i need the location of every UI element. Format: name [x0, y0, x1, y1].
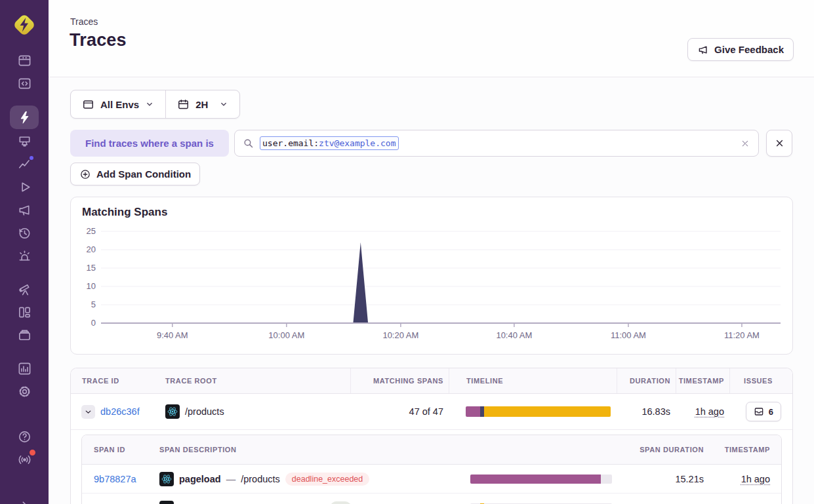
span-timestamp[interactable]: 1h ago [741, 474, 770, 484]
span-row[interactable]: b7a7e441 http.server — GET /organization… [82, 494, 781, 504]
give-feedback-button[interactable]: Give Feedback [687, 38, 794, 61]
trace-timestamp[interactable]: 1h ago [695, 406, 724, 417]
environment-filter-label: All Envs [100, 99, 139, 110]
trace-duration: 16.83s [617, 406, 676, 417]
matching-spans-chart[interactable]: 05101520259:40 AM10:00 AM10:20 AM10:40 A… [81, 225, 783, 346]
sidebar-item-replays[interactable] [10, 176, 39, 198]
page-header: Traces Traces Give Feedback [49, 0, 814, 77]
span-duration: 15.21s [617, 474, 709, 484]
history-clock-icon [17, 225, 32, 241]
sidebar-collapse-button[interactable] [10, 494, 39, 504]
sidebar-item-profiling[interactable] [10, 130, 39, 152]
sidebar-item-discover[interactable] [10, 278, 39, 300]
sidebar-item-projects[interactable] [10, 72, 39, 94]
clear-search-button[interactable] [740, 138, 750, 149]
column-header-span-duration: SPAN DURATION [617, 446, 709, 454]
trace-id-link[interactable]: db26c36f [100, 406, 140, 417]
page-title: Traces [70, 30, 127, 50]
token-key: user.email: [262, 138, 319, 148]
insights-notification-dot [28, 155, 35, 161]
sidebar-item-crons[interactable] [10, 324, 39, 346]
sidebar-item-user-feedback[interactable] [10, 199, 39, 221]
bar-chart-icon [17, 361, 32, 376]
traces-page: Traces Traces Give Feedback All Envs 2H … [0, 0, 814, 504]
token-value: ztv@example.com [319, 138, 396, 148]
collapse-trace-button[interactable] [81, 405, 95, 419]
sidebar-item-insights[interactable] [10, 153, 39, 175]
breadcrumb[interactable]: Traces [70, 16, 98, 27]
sidebar-item-dashboards[interactable] [10, 301, 39, 323]
svg-text:10:20 AM: 10:20 AM [382, 330, 418, 340]
search-icon [243, 138, 254, 149]
code-folder-icon [17, 76, 32, 91]
span-status-badge: ok [330, 501, 352, 504]
environment-filter[interactable]: All Envs [71, 90, 165, 118]
svg-text:10:00 AM: 10:00 AM [268, 330, 304, 340]
sidebar [0, 0, 49, 504]
column-header-span-description: SPAN DESCRIPTION [154, 446, 449, 454]
trace-timeline-bar [466, 406, 611, 417]
sidebar-item-traces[interactable] [10, 106, 39, 129]
sidebar-item-alerts[interactable] [10, 244, 39, 267]
svg-text:11:20 AM: 11:20 AM [724, 330, 760, 340]
sidebar-nav [10, 49, 39, 504]
projector-icon [17, 134, 32, 149]
main-content: Traces Traces Give Feedback All Envs 2H … [49, 0, 814, 504]
trace-issues-count: 6 [769, 407, 773, 417]
column-header-span-id: SPAN ID [82, 446, 154, 454]
sidebar-item-issues[interactable] [10, 49, 39, 71]
filter-bar: All Envs 2H [70, 90, 240, 119]
span-status-badge: deadline_exceeded [285, 473, 369, 486]
column-header-matching-spans: MATCHING SPANS [350, 368, 449, 393]
sidebar-item-releases[interactable] [10, 222, 39, 244]
trace-row[interactable]: db26c36f /products 47 of 47 16.83s 1h ag… [71, 394, 792, 430]
calendar-icon [177, 98, 190, 111]
span-search-input[interactable]: user.email:ztv@example.com [234, 130, 759, 157]
matching-spans-chart-card: Matching Spans 05101520259:40 AM10:00 AM… [70, 197, 793, 355]
sidebar-item-whats-new[interactable] [10, 448, 39, 471]
svg-text:0: 0 [91, 318, 96, 328]
remove-condition-button[interactable] [766, 130, 792, 157]
time-range-filter[interactable]: 2H [166, 90, 239, 118]
siren-icon [17, 248, 32, 263]
span-condition-label: Find traces where a span is [70, 130, 229, 157]
app-logo[interactable] [11, 12, 37, 38]
megaphone-icon [17, 203, 32, 218]
svg-text:11:00 AM: 11:00 AM [611, 330, 646, 340]
megaphone-icon [697, 44, 709, 56]
svg-text:15: 15 [87, 263, 96, 273]
add-span-condition-label: Add Span Condition [96, 168, 191, 180]
lightning-bolt-icon [17, 110, 32, 125]
help-circle-icon [17, 429, 32, 444]
span-timeline-bar [470, 475, 612, 484]
add-span-condition-button[interactable]: Add Span Condition [70, 163, 200, 185]
plus-circle-icon [79, 168, 91, 180]
trace-root-label: /products [185, 406, 224, 417]
spans-table-header: SPAN ID SPAN DESCRIPTION SPAN DURATION T… [82, 435, 781, 465]
sidebar-item-stats[interactable] [10, 357, 39, 379]
column-header-trace-root: TRACE ROOT [160, 377, 350, 385]
search-filter-token[interactable]: user.email:ztv@example.com [260, 136, 399, 150]
chart-title: Matching Spans [82, 206, 167, 219]
span-row[interactable]: 9b78827a pageload — /products deadline_e… [82, 465, 781, 494]
give-feedback-label: Give Feedback [714, 44, 784, 55]
platform-icon [159, 501, 174, 504]
chevron-right-icon [18, 498, 31, 504]
svg-text:20: 20 [87, 244, 96, 254]
react-platform-icon [165, 404, 180, 419]
matching-spans-count: 47 of 47 [350, 406, 449, 417]
column-header-timestamp: TIMESTAMP [676, 368, 729, 393]
sidebar-item-settings[interactable] [10, 380, 39, 402]
window-icon [82, 98, 94, 111]
play-icon [17, 180, 32, 195]
sidebar-item-help[interactable] [10, 425, 39, 448]
span-id-link[interactable]: 9b78827a [94, 474, 136, 484]
react-platform-icon [159, 472, 174, 486]
trace-issues-button[interactable]: 6 [746, 402, 781, 421]
chevron-down-icon [145, 100, 154, 109]
archive-box-icon [17, 328, 32, 343]
svg-text:10: 10 [87, 281, 96, 291]
column-header-trace-id: TRACE ID [71, 377, 160, 385]
close-icon [740, 138, 750, 149]
span-op: pageload [179, 474, 221, 484]
